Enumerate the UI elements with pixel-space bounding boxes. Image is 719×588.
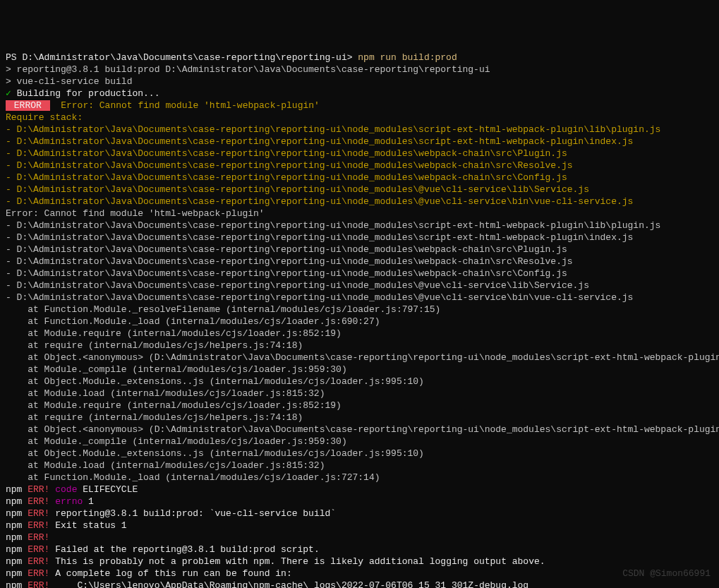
npm-prefix: npm <box>6 556 28 567</box>
terminal-line: npm ERR! errno 1 <box>6 496 713 508</box>
terminal-line: npm ERR! <box>6 532 713 544</box>
trace-line: at Module._compile (internal/modules/cjs… <box>6 436 347 447</box>
npm-err-key: code <box>49 484 77 495</box>
trace-line: at Module._compile (internal/modules/cjs… <box>6 364 347 375</box>
npm-err-text: C:\Users\lenovo\AppData\Roaming\npm-cach… <box>49 580 528 588</box>
npm-err-label: ERR! <box>28 568 49 579</box>
terminal-line: - D:\Administrator\Java\Documents\case-r… <box>6 172 713 184</box>
stack-item: - D:\Administrator\Java\Documents\case-r… <box>6 220 660 231</box>
trace-line: at Function.Module._load (internal/modul… <box>6 472 380 483</box>
terminal-line: at Object.<anonymous> (D:\Administrator\… <box>6 424 713 436</box>
check-icon: ✓ <box>6 88 11 99</box>
stack-item: - D:\Administrator\Java\Documents\case-r… <box>6 268 567 279</box>
terminal-line: npm ERR! reporting@3.8.1 build:prod: `vu… <box>6 508 713 520</box>
trace-line: at Object.Module._extensions..js (intern… <box>6 376 424 387</box>
npm-err-label: ERR! <box>28 544 49 555</box>
stack-item: - D:\Administrator\Java\Documents\case-r… <box>6 280 589 291</box>
npm-err-text: 1 <box>83 496 94 507</box>
npm-err-label: ERR! <box>28 508 49 519</box>
npm-err-label: ERR! <box>28 484 49 495</box>
require-stack-item: - D:\Administrator\Java\Documents\case-r… <box>6 172 567 183</box>
npm-err-text: This is probably not a problem with npm.… <box>49 556 545 567</box>
terminal-line: - D:\Administrator\Java\Documents\case-r… <box>6 256 713 268</box>
terminal-line: - D:\Administrator\Java\Documents\case-r… <box>6 232 713 244</box>
terminal-line: at Object.<anonymous> (D:\Administrator\… <box>6 352 713 364</box>
trace-line: at Object.Module._extensions..js (intern… <box>6 448 424 459</box>
building-text: Building for production... <box>11 88 160 99</box>
npm-err-text: A complete log of this run can be found … <box>49 568 291 579</box>
terminal-line: > reporting@3.8.1 build:prod D:\Administ… <box>6 64 713 76</box>
prompt-cwd: PS D:\Administrator\Java\Documents\case-… <box>6 52 352 63</box>
trace-line: at Object.<anonymous> (D:\Administrator\… <box>6 352 719 363</box>
npm-prefix: npm <box>6 580 28 588</box>
terminal-line: at Module._compile (internal/modules/cjs… <box>6 436 713 448</box>
terminal-window[interactable]: { "prompt": { "prefix": "PS ", "cwd": "D… <box>0 0 719 588</box>
stack-item: - D:\Administrator\Java\Documents\case-r… <box>6 292 633 303</box>
terminal-line: ✓ Building for production... <box>6 88 713 100</box>
npm-err-text: reporting@3.8.1 build:prod: `vue-cli-ser… <box>49 508 336 519</box>
terminal-line: at require (internal/modules/cjs/helpers… <box>6 340 713 352</box>
npm-prefix: npm <box>6 496 28 507</box>
npm-prefix: npm <box>6 520 28 531</box>
npm-err-key: errno <box>49 496 83 507</box>
trace-line: at Function.Module._resolveFilename (int… <box>6 304 440 315</box>
npm-prefix: npm <box>6 484 28 495</box>
terminal-line: npm ERR! This is probably not a problem … <box>6 556 713 568</box>
terminal-line: PS D:\Administrator\Java\Documents\case-… <box>6 52 713 64</box>
trace-line: at Module.load (internal/modules/cjs/loa… <box>6 388 325 399</box>
terminal-line: - D:\Administrator\Java\Documents\case-r… <box>6 280 713 292</box>
script-line: > reporting@3.8.1 build:prod D:\Administ… <box>6 64 490 75</box>
terminal-line: - D:\Administrator\Java\Documents\case-r… <box>6 196 713 208</box>
npm-err-label: ERR! <box>28 496 49 507</box>
terminal-line: - D:\Administrator\Java\Documents\case-r… <box>6 268 713 280</box>
trace-line: at Module.require (internal/modules/cjs/… <box>6 328 342 339</box>
stack-item: - D:\Administrator\Java\Documents\case-r… <box>6 244 567 255</box>
npm-prefix: npm <box>6 508 28 519</box>
terminal-line: at Function.Module._resolveFilename (int… <box>6 304 713 316</box>
stack-item: - D:\Administrator\Java\Documents\case-r… <box>6 256 573 267</box>
trace-line: at Module.require (internal/modules/cjs/… <box>6 400 342 411</box>
terminal-line: npm ERR! code ELIFECYCLE <box>6 484 713 496</box>
npm-err-text: Exit status 1 <box>49 520 126 531</box>
terminal-line: - D:\Administrator\Java\Documents\case-r… <box>6 220 713 232</box>
terminal-line: - D:\Administrator\Java\Documents\case-r… <box>6 160 713 172</box>
terminal-line: - D:\Administrator\Java\Documents\case-r… <box>6 148 713 160</box>
terminal-line: - D:\Administrator\Java\Documents\case-r… <box>6 292 713 304</box>
prompt-command: npm run build:prod <box>352 52 457 63</box>
terminal-line: at Module.load (internal/modules/cjs/loa… <box>6 388 713 400</box>
terminal-line: at require (internal/modules/cjs/helpers… <box>6 412 713 424</box>
terminal-line: at Function.Module._load (internal/modul… <box>6 472 713 484</box>
npm-err-label: ERR! <box>28 520 49 531</box>
npm-err-label: ERR! <box>28 532 49 543</box>
terminal-line: ERROR Error: Cannot find module 'html-we… <box>6 100 713 112</box>
terminal-line: npm ERR! A complete log of this run can … <box>6 568 713 580</box>
stack-item: - D:\Administrator\Java\Documents\case-r… <box>6 232 633 243</box>
terminal-line: at Module._compile (internal/modules/cjs… <box>6 364 713 376</box>
npm-err-label: ERR! <box>28 580 49 588</box>
trace-line: at Module.load (internal/modules/cjs/loa… <box>6 460 325 471</box>
trace-line: at require (internal/modules/cjs/helpers… <box>6 340 303 351</box>
terminal-line: npm ERR! Failed at the reporting@3.8.1 b… <box>6 544 713 556</box>
trace-line: at Object.<anonymous> (D:\Administrator\… <box>6 424 719 435</box>
error-badge: ERROR <box>6 100 50 111</box>
require-stack-item: - D:\Administrator\Java\Documents\case-r… <box>6 196 633 207</box>
terminal-line: at Module.load (internal/modules/cjs/loa… <box>6 460 713 472</box>
require-stack-item: - D:\Administrator\Java\Documents\case-r… <box>6 124 660 135</box>
require-stack-item: - D:\Administrator\Java\Documents\case-r… <box>6 136 633 147</box>
npm-err-text: ELIFECYCLE <box>77 484 138 495</box>
npm-prefix: npm <box>6 532 28 543</box>
npm-err-label: ERR! <box>28 556 49 567</box>
require-stack-item: - D:\Administrator\Java\Documents\case-r… <box>6 148 567 159</box>
terminal-line: at Function.Module._load (internal/modul… <box>6 316 713 328</box>
trace-line: at require (internal/modules/cjs/helpers… <box>6 412 303 423</box>
error-message: Error: Cannot find module 'html-webpack-… <box>6 208 265 219</box>
terminal-line: at Module.require (internal/modules/cjs/… <box>6 400 713 412</box>
require-stack-item: - D:\Administrator\Java\Documents\case-r… <box>6 160 573 171</box>
require-stack-header: Require stack: <box>6 112 83 123</box>
terminal-line: - D:\Administrator\Java\Documents\case-r… <box>6 124 713 136</box>
terminal-line: - D:\Administrator\Java\Documents\case-r… <box>6 184 713 196</box>
terminal-line: Require stack: <box>6 112 713 124</box>
trace-line: at Function.Module._load (internal/modul… <box>6 316 380 327</box>
terminal-line: at Module.require (internal/modules/cjs/… <box>6 328 713 340</box>
terminal-line: Error: Cannot find module 'html-webpack-… <box>6 208 713 220</box>
